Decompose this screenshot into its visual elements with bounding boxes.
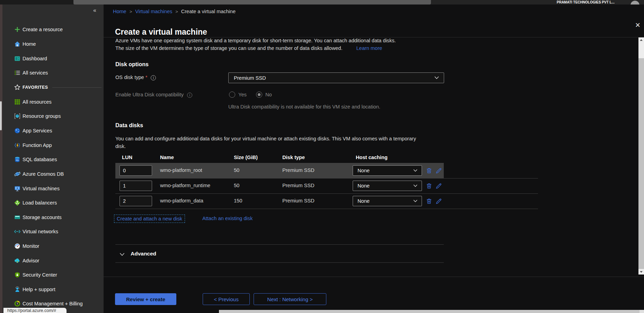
vertical-scrollbar-thumb[interactable] bbox=[638, 58, 644, 269]
breadcrumb-home-link[interactable]: Home bbox=[113, 9, 126, 14]
advanced-top-divider bbox=[115, 244, 444, 245]
window-edge bbox=[0, 0, 2, 313]
monitor-icon bbox=[14, 185, 21, 192]
sidebar-item-storage-accounts[interactable]: Storage accounts bbox=[9, 212, 104, 222]
ultra-yes-label: Yes bbox=[238, 92, 247, 97]
star-icon bbox=[14, 84, 21, 91]
learn-more-link[interactable]: Learn more bbox=[356, 45, 382, 51]
sidebar-item-all-resources[interactable]: All resources bbox=[9, 97, 104, 107]
advisor-icon bbox=[14, 257, 21, 264]
edit-disk-button[interactable] bbox=[435, 197, 443, 205]
lun-input[interactable] bbox=[120, 196, 152, 206]
sidebar-item-azure-cosmos-db[interactable]: Azure Cosmos DB bbox=[9, 169, 104, 179]
data-disks-description: You can add and configure additional dat… bbox=[115, 135, 427, 150]
sidebar-item-dashboard[interactable]: Dashboard bbox=[9, 54, 104, 63]
column-header-host-caching: Host caching bbox=[356, 155, 388, 160]
avatar[interactable] bbox=[630, 1, 639, 5]
breadcrumb-virtual-machines-link[interactable]: Virtual machines bbox=[135, 9, 172, 14]
status-url-tooltip: https://portal.azure.com/# bbox=[3, 308, 67, 313]
chevron-down-icon bbox=[434, 76, 439, 79]
sidebar-item-app-services[interactable]: App Services bbox=[9, 126, 104, 136]
breadcrumb-separator: > bbox=[126, 9, 135, 14]
delete-disk-button[interactable] bbox=[425, 197, 434, 205]
top-bar: PRAMATI TECHNOLOGIES PVT L... bbox=[0, 0, 644, 5]
search-input[interactable] bbox=[73, 0, 431, 5]
balancer-icon bbox=[14, 199, 21, 206]
list-icon bbox=[14, 69, 21, 76]
sidebar-item-cost-management-billing[interactable]: $ Cost Management + Billing bbox=[9, 299, 104, 308]
footer-divider bbox=[104, 277, 644, 277]
sidebar-item-resource-groups[interactable]: Resource groups bbox=[9, 111, 104, 121]
create-attach-disk-link[interactable]: Create and attach a new disk bbox=[114, 215, 185, 223]
sidebar-item-advisor[interactable]: Advisor bbox=[9, 256, 104, 266]
host-caching-select[interactable]: None bbox=[353, 196, 422, 206]
planet-icon bbox=[14, 171, 21, 177]
sidebar-item-virtual-networks[interactable]: Virtual networks bbox=[9, 227, 104, 236]
trash-icon bbox=[425, 198, 433, 205]
scrollbar-corner bbox=[639, 310, 644, 313]
table-bottom-divider bbox=[115, 209, 538, 209]
delete-disk-button[interactable] bbox=[425, 166, 434, 175]
breadcrumb: Home>Virtual machines>Create a virtual m… bbox=[113, 9, 236, 14]
pencil-icon bbox=[435, 198, 442, 205]
intro-line-1: Azure VMs have one operating system disk… bbox=[115, 38, 396, 43]
review-create-button[interactable]: Review + create bbox=[115, 293, 176, 305]
gauge-icon bbox=[14, 243, 21, 250]
delete-disk-button[interactable] bbox=[425, 182, 434, 190]
pencil-icon bbox=[435, 167, 442, 174]
host-caching-select[interactable]: None bbox=[353, 181, 422, 191]
lun-input[interactable] bbox=[120, 181, 152, 191]
horizontal-scrollbar-thumb[interactable] bbox=[219, 310, 639, 313]
intro-line-2: The size of the VM determines the type o… bbox=[115, 45, 382, 51]
host-caching-select[interactable]: None bbox=[353, 165, 422, 176]
disk-options-heading: Disk options bbox=[115, 61, 149, 68]
sidebar: « Create a resource Home Dashboard All s… bbox=[2, 5, 104, 313]
directory-name[interactable]: PRAMATI TECHNOLOGIES PVT L... bbox=[557, 0, 628, 5]
edit-disk-button[interactable] bbox=[435, 182, 443, 190]
globe-icon bbox=[14, 127, 21, 134]
info-icon[interactable]: i bbox=[187, 93, 192, 98]
sidebar-item-create-a-resource[interactable]: Create a resource bbox=[9, 25, 104, 34]
cost-icon: $ bbox=[14, 300, 21, 307]
sidebar-item-virtual-machines[interactable]: Virtual machines bbox=[9, 184, 104, 193]
chevron-down-icon[interactable] bbox=[120, 253, 125, 256]
edit-disk-button[interactable] bbox=[435, 166, 443, 175]
lun-input[interactable] bbox=[120, 165, 152, 176]
sidebar-item-all-services[interactable]: All services bbox=[9, 68, 104, 78]
next-networking-button[interactable]: Next : Networking > bbox=[254, 293, 326, 305]
sidebar-item-sql-databases[interactable]: SQL SQL databases bbox=[9, 155, 104, 164]
vertical-scrollbar[interactable] bbox=[638, 37, 644, 275]
plus-icon bbox=[14, 26, 21, 33]
sidebar-collapse-button[interactable]: « bbox=[93, 7, 96, 14]
os-disk-type-select[interactable]: Premium SSD bbox=[228, 72, 444, 83]
advanced-section-toggle[interactable]: Advanced bbox=[131, 251, 156, 257]
database-icon: SQL bbox=[14, 156, 21, 163]
scroll-down-icon[interactable] bbox=[638, 269, 644, 275]
azure-portal-window: « Create a resource Home Dashboard All s… bbox=[0, 0, 644, 313]
table-row: wmo-platform_root 50 Premium SSD None bbox=[115, 163, 444, 178]
previous-button[interactable]: < Previous bbox=[203, 293, 250, 305]
pencil-icon bbox=[435, 182, 442, 190]
edge-scroll-pill[interactable] bbox=[0, 101, 2, 130]
required-asterisk: * bbox=[144, 75, 148, 80]
sidebar-item-security-center[interactable]: Security Center bbox=[9, 270, 104, 280]
sidebar-item-monitor[interactable]: Monitor bbox=[9, 241, 104, 251]
column-header-size: Size (GiB) bbox=[234, 155, 258, 160]
sidebar-item-home[interactable]: Home bbox=[9, 39, 104, 49]
column-header-disk-type: Disk type bbox=[282, 155, 305, 160]
sidebar-item-help-support[interactable]: Help + support bbox=[9, 285, 104, 294]
disk-type: Premium SSD bbox=[282, 183, 314, 188]
close-icon[interactable]: ✕ bbox=[633, 21, 643, 29]
chevron-down-icon bbox=[413, 169, 417, 172]
sidebar-item-load-balancers[interactable]: Load balancers bbox=[9, 198, 104, 208]
attach-existing-disk-link[interactable]: Attach an existing disk bbox=[202, 216, 253, 221]
disk-size: 50 bbox=[234, 167, 239, 173]
sidebar-item-function-app[interactable]: Function App bbox=[9, 140, 104, 150]
scroll-up-icon[interactable] bbox=[638, 37, 644, 43]
ultra-no-radio bbox=[256, 92, 262, 98]
disk-size: 150 bbox=[234, 198, 242, 203]
info-icon[interactable]: i bbox=[151, 75, 156, 80]
grid-icon bbox=[14, 98, 21, 105]
trash-icon bbox=[425, 182, 433, 190]
page-title: Create a virtual machine bbox=[115, 27, 207, 37]
